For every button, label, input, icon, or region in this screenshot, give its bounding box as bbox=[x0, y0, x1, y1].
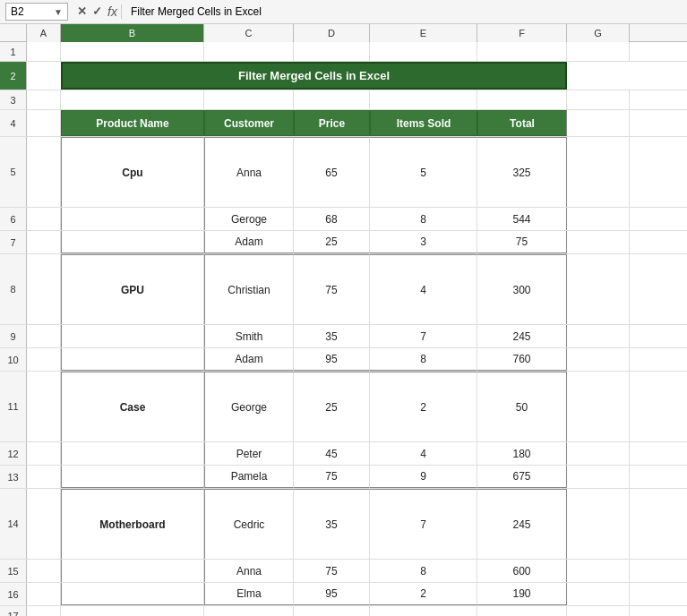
cell-d13[interactable]: 75 bbox=[294, 466, 370, 488]
col-header-c[interactable]: C bbox=[204, 24, 294, 42]
title-cell[interactable]: Filter Merged Cells in Excel bbox=[61, 62, 567, 90]
cell-f13[interactable]: 675 bbox=[477, 466, 567, 488]
cell-e8[interactable]: 4 bbox=[370, 254, 477, 324]
cell-a9[interactable] bbox=[27, 325, 61, 347]
cell-g5[interactable] bbox=[567, 137, 630, 207]
fx-icon[interactable]: fx bbox=[107, 4, 117, 19]
cell-e11[interactable]: 2 bbox=[370, 372, 477, 441]
cell-a15[interactable] bbox=[27, 560, 61, 582]
cell-e6[interactable]: 8 bbox=[370, 208, 477, 230]
cell-d16[interactable]: 95 bbox=[294, 583, 370, 605]
cell-d17[interactable] bbox=[294, 606, 370, 616]
header-items-sold[interactable]: Items Sold bbox=[370, 110, 477, 136]
cell-b17[interactable] bbox=[61, 606, 204, 616]
cell-d11[interactable]: 25 bbox=[294, 372, 370, 441]
cell-f5[interactable]: 325 bbox=[477, 137, 567, 207]
cell-f14[interactable]: 245 bbox=[477, 489, 567, 559]
cell-f11[interactable]: 50 bbox=[477, 372, 567, 441]
cell-e16[interactable]: 2 bbox=[370, 583, 477, 605]
cell-c3[interactable] bbox=[204, 90, 294, 109]
cell-a2[interactable] bbox=[27, 62, 61, 90]
cell-a14[interactable] bbox=[27, 489, 61, 559]
cell-g13[interactable] bbox=[567, 466, 630, 488]
cell-f8[interactable]: 300 bbox=[477, 254, 567, 324]
cell-a4[interactable] bbox=[27, 110, 61, 136]
cell-c9[interactable]: Smith bbox=[204, 325, 294, 347]
cell-e1[interactable] bbox=[370, 42, 477, 61]
col-header-b[interactable]: B bbox=[61, 24, 204, 42]
cell-g1[interactable] bbox=[567, 42, 630, 61]
cell-d14[interactable]: 35 bbox=[294, 489, 370, 559]
cell-b16[interactable] bbox=[61, 583, 204, 605]
cell-d10[interactable]: 95 bbox=[294, 348, 370, 371]
cell-b13[interactable] bbox=[61, 466, 204, 488]
cell-b15[interactable] bbox=[61, 560, 204, 582]
cell-d1[interactable] bbox=[294, 42, 370, 61]
header-customer[interactable]: Customer bbox=[204, 110, 294, 136]
cell-a7[interactable] bbox=[27, 231, 61, 253]
col-header-g[interactable]: G bbox=[567, 24, 630, 42]
cell-a11[interactable] bbox=[27, 372, 61, 441]
cell-f1[interactable] bbox=[477, 42, 567, 61]
cell-d5[interactable]: 65 bbox=[294, 137, 370, 207]
cell-e12[interactable]: 4 bbox=[370, 442, 477, 465]
cell-c10[interactable]: Adam bbox=[204, 348, 294, 371]
cell-b6[interactable] bbox=[61, 208, 204, 230]
cell-c1[interactable] bbox=[204, 42, 294, 61]
cell-a3[interactable] bbox=[27, 90, 61, 109]
cell-c14[interactable]: Cedric bbox=[204, 489, 294, 559]
cell-f15[interactable]: 600 bbox=[477, 560, 567, 582]
formula-input[interactable] bbox=[127, 4, 682, 20]
cell-g16[interactable] bbox=[567, 583, 630, 605]
cell-g9[interactable] bbox=[567, 325, 630, 347]
cell-b1[interactable] bbox=[61, 42, 204, 61]
cell-c16[interactable]: Elma bbox=[204, 583, 294, 605]
confirm-icon[interactable]: ✓ bbox=[92, 4, 102, 19]
cell-c11[interactable]: George bbox=[204, 372, 294, 441]
cell-g2[interactable] bbox=[567, 62, 630, 90]
cell-f6[interactable]: 544 bbox=[477, 208, 567, 230]
cell-b10[interactable] bbox=[61, 348, 204, 371]
cell-e10[interactable]: 8 bbox=[370, 348, 477, 371]
col-header-a[interactable]: A bbox=[27, 24, 61, 42]
cell-ref-box[interactable]: B2 ▼ bbox=[5, 3, 68, 21]
cell-f16[interactable]: 190 bbox=[477, 583, 567, 605]
cell-b7[interactable] bbox=[61, 231, 204, 253]
cell-f17[interactable] bbox=[477, 606, 567, 616]
cell-g3[interactable] bbox=[567, 90, 630, 109]
product-case[interactable]: Case bbox=[61, 372, 204, 441]
product-motherboard[interactable]: Motherboard bbox=[61, 489, 204, 559]
cell-c15[interactable]: Anna bbox=[204, 560, 294, 582]
cell-g10[interactable] bbox=[567, 348, 630, 371]
cell-g11[interactable] bbox=[567, 372, 630, 441]
cell-a12[interactable] bbox=[27, 442, 61, 465]
cell-c8[interactable]: Christian bbox=[204, 254, 294, 324]
cell-a8[interactable] bbox=[27, 254, 61, 324]
col-header-f[interactable]: F bbox=[477, 24, 567, 42]
cell-a16[interactable] bbox=[27, 583, 61, 605]
cell-g7[interactable] bbox=[567, 231, 630, 253]
cell-f3[interactable] bbox=[477, 90, 567, 109]
product-gpu[interactable]: GPU bbox=[61, 254, 204, 324]
product-cpu[interactable]: Cpu bbox=[61, 137, 204, 207]
cell-g6[interactable] bbox=[567, 208, 630, 230]
cell-c6[interactable]: Geroge bbox=[204, 208, 294, 230]
cell-b12[interactable] bbox=[61, 442, 204, 465]
cell-a10[interactable] bbox=[27, 348, 61, 371]
cell-e5[interactable]: 5 bbox=[370, 137, 477, 207]
cell-b3[interactable] bbox=[61, 90, 204, 109]
cell-d9[interactable]: 35 bbox=[294, 325, 370, 347]
cell-a17[interactable] bbox=[27, 606, 61, 616]
cell-d12[interactable]: 45 bbox=[294, 442, 370, 465]
cancel-icon[interactable]: ✕ bbox=[77, 4, 87, 19]
cell-e7[interactable]: 3 bbox=[370, 231, 477, 253]
cell-e9[interactable]: 7 bbox=[370, 325, 477, 347]
cell-a6[interactable] bbox=[27, 208, 61, 230]
cell-b9[interactable] bbox=[61, 325, 204, 347]
cell-d8[interactable]: 75 bbox=[294, 254, 370, 324]
cell-c12[interactable]: Peter bbox=[204, 442, 294, 465]
cell-g8[interactable] bbox=[567, 254, 630, 324]
cell-c17[interactable] bbox=[204, 606, 294, 616]
cell-e3[interactable] bbox=[370, 90, 477, 109]
cell-e15[interactable]: 8 bbox=[370, 560, 477, 582]
